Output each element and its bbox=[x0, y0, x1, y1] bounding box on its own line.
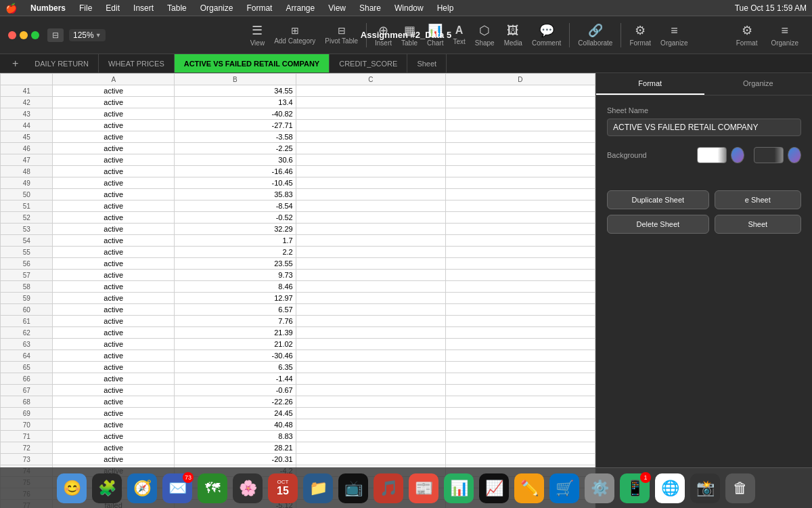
tab-wheat-prices[interactable]: WHEAT PRICES bbox=[99, 54, 175, 72]
sheet-name-input[interactable] bbox=[607, 119, 801, 136]
dock-notes[interactable]: ✏️ bbox=[514, 473, 544, 503]
cell-d[interactable] bbox=[445, 200, 595, 212]
cell-status[interactable]: active bbox=[53, 396, 175, 408]
dock-photos[interactable]: 🌸 bbox=[233, 473, 263, 503]
cell-status[interactable]: active bbox=[53, 316, 175, 327]
menu-numbers[interactable]: Numbers bbox=[28, 3, 68, 13]
cell-c[interactable] bbox=[296, 143, 445, 154]
cell-c[interactable] bbox=[296, 108, 445, 120]
cell-value[interactable]: 6.35 bbox=[175, 362, 296, 373]
dock-chrome[interactable]: 🌐 bbox=[655, 473, 685, 503]
cell-c[interactable] bbox=[296, 396, 445, 408]
menu-edit[interactable]: Edit bbox=[103, 3, 122, 13]
menu-file[interactable]: File bbox=[76, 3, 95, 13]
dock-safari[interactable]: 🧭 bbox=[127, 473, 157, 503]
cell-c[interactable] bbox=[296, 120, 445, 131]
right-button-2[interactable]: Sheet bbox=[715, 215, 801, 234]
cell-status[interactable]: active bbox=[53, 154, 175, 166]
tab-active-vs-failed[interactable]: ACTIVE VS FAILED RETAIL COMPANY bbox=[175, 54, 330, 72]
toolbar-collaborate[interactable]: 🔗 Collaborate bbox=[574, 23, 616, 47]
tab-sheet[interactable]: Sheet bbox=[407, 54, 447, 72]
cell-c[interactable] bbox=[296, 339, 445, 350]
cell-status[interactable]: active bbox=[53, 166, 175, 177]
dock-systemprefs[interactable]: ⚙️ bbox=[585, 473, 614, 503]
cell-value[interactable]: 8.83 bbox=[175, 431, 296, 442]
cell-status[interactable]: active bbox=[53, 442, 175, 454]
cell-value[interactable]: 21.39 bbox=[175, 327, 296, 339]
cell-c[interactable] bbox=[296, 362, 445, 373]
cell-d[interactable] bbox=[445, 316, 595, 327]
cell-value[interactable]: -27.71 bbox=[175, 120, 296, 131]
cell-d[interactable] bbox=[445, 304, 595, 316]
cell-d[interactable] bbox=[445, 120, 595, 131]
cell-value[interactable]: 2.2 bbox=[175, 247, 296, 258]
cell-c[interactable] bbox=[296, 270, 445, 281]
dock-screenshot[interactable]: 📸 bbox=[690, 473, 720, 503]
toolbar-organize[interactable]: ≡ Organize bbox=[656, 24, 692, 47]
dock-appletv[interactable]: 📺 bbox=[338, 473, 368, 503]
cell-d[interactable] bbox=[445, 212, 595, 224]
cell-value[interactable]: 1.7 bbox=[175, 235, 296, 247]
cell-d[interactable] bbox=[445, 177, 595, 189]
dock-maps[interactable]: 🗺 bbox=[198, 473, 227, 503]
panel-organize-button[interactable]: ≡ Organize bbox=[765, 24, 804, 47]
tab-credit-score[interactable]: CREDIT_SCORE bbox=[330, 54, 407, 72]
cell-value[interactable]: 40.48 bbox=[175, 419, 296, 431]
dock-finder[interactable]: 😊 bbox=[57, 473, 87, 503]
menu-help[interactable]: Help bbox=[434, 3, 457, 13]
toolbar-pivot-table[interactable]: ⊟ Pivot Table bbox=[321, 25, 362, 45]
cell-d[interactable] bbox=[445, 270, 595, 281]
cell-value[interactable]: -8.54 bbox=[175, 200, 296, 212]
cell-status[interactable]: active bbox=[53, 224, 175, 235]
dock-appstore[interactable]: 🛒 bbox=[549, 473, 579, 503]
cell-c[interactable] bbox=[296, 247, 445, 258]
cell-value[interactable]: -40.82 bbox=[175, 108, 296, 120]
maximize-button[interactable] bbox=[31, 31, 39, 39]
cell-status[interactable]: active bbox=[53, 120, 175, 131]
cell-value[interactable]: -0.52 bbox=[175, 212, 296, 224]
cell-d[interactable] bbox=[445, 258, 595, 270]
cell-status[interactable]: active bbox=[53, 177, 175, 189]
cell-c[interactable] bbox=[296, 350, 445, 362]
minimize-button[interactable] bbox=[20, 31, 28, 39]
cell-c[interactable] bbox=[296, 189, 445, 200]
toolbar-format[interactable]: ⚙ Format bbox=[625, 23, 655, 47]
cell-status[interactable]: active bbox=[53, 270, 175, 281]
panel-tab-organize[interactable]: Organize bbox=[704, 73, 813, 95]
cell-status[interactable]: active bbox=[53, 108, 175, 120]
cell-d[interactable] bbox=[445, 350, 595, 362]
cell-c[interactable] bbox=[296, 177, 445, 189]
cell-value[interactable]: 34.55 bbox=[175, 85, 296, 97]
cell-c[interactable] bbox=[296, 408, 445, 419]
cell-d[interactable] bbox=[445, 247, 595, 258]
dock-launchpad[interactable]: 🧩 bbox=[92, 473, 122, 503]
dock-news[interactable]: 📰 bbox=[409, 473, 438, 503]
cell-value[interactable]: 13.4 bbox=[175, 97, 296, 108]
cell-value[interactable]: 35.83 bbox=[175, 189, 296, 200]
cell-d[interactable] bbox=[445, 442, 595, 454]
panel-tab-format[interactable]: Format bbox=[596, 73, 704, 95]
cell-c[interactable] bbox=[296, 166, 445, 177]
cell-value[interactable]: -22.26 bbox=[175, 396, 296, 408]
background-color-dark[interactable] bbox=[754, 147, 784, 163]
dock-trash[interactable]: 🗑 bbox=[725, 473, 755, 503]
cell-value[interactable]: 24.45 bbox=[175, 408, 296, 419]
cell-d[interactable] bbox=[445, 143, 595, 154]
cell-d[interactable] bbox=[445, 85, 595, 97]
cell-value[interactable]: -0.67 bbox=[175, 385, 296, 396]
cell-d[interactable] bbox=[445, 189, 595, 200]
menu-table[interactable]: Table bbox=[164, 3, 189, 13]
menu-insert[interactable]: Insert bbox=[131, 3, 156, 13]
cell-d[interactable] bbox=[445, 327, 595, 339]
cell-d[interactable] bbox=[445, 235, 595, 247]
cell-value[interactable]: 6.57 bbox=[175, 304, 296, 316]
cell-c[interactable] bbox=[296, 154, 445, 166]
cell-d[interactable] bbox=[445, 385, 595, 396]
cell-status[interactable]: active bbox=[53, 247, 175, 258]
cell-value[interactable]: -2.25 bbox=[175, 143, 296, 154]
sidebar-toggle[interactable]: ⊟ bbox=[47, 28, 64, 42]
toolbar-shape[interactable]: ⬡ Shape bbox=[471, 23, 499, 47]
dock-music[interactable]: 🎵 bbox=[374, 473, 403, 503]
cell-value[interactable]: 21.02 bbox=[175, 339, 296, 350]
cell-d[interactable] bbox=[445, 108, 595, 120]
